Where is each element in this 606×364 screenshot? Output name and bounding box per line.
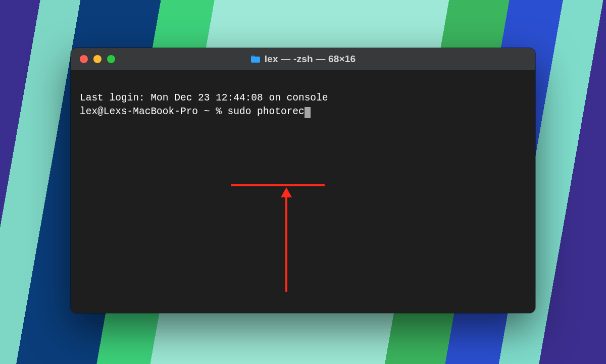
terminal-window: lex — -zsh — 68×16 Last login: Mon Dec 2… [71, 48, 535, 313]
minimize-button[interactable] [93, 55, 102, 63]
terminal-last-login: Last login: Mon Dec 23 12:44:08 on conso… [80, 92, 328, 103]
terminal-body[interactable]: Last login: Mon Dec 23 12:44:08 on conso… [71, 70, 535, 313]
terminal-cursor [305, 107, 311, 118]
annotation-highlight [80, 158, 115, 225]
folder-icon [250, 55, 261, 63]
window-title: lex — -zsh — 68×16 [71, 54, 535, 65]
close-button[interactable] [80, 55, 88, 63]
annotation-underline [231, 184, 325, 186]
window-titlebar[interactable]: lex — -zsh — 68×16 [71, 48, 535, 70]
terminal-prompt: lex@Lexs-MacBook-Pro ~ % [80, 106, 228, 117]
maximize-button[interactable] [107, 55, 115, 63]
window-title-text: lex — -zsh — 68×16 [265, 54, 356, 65]
terminal-command: sudo photorec [228, 106, 305, 117]
traffic-lights [80, 55, 115, 63]
annotation-arrow-shaft [285, 196, 287, 292]
annotation-arrow-head [281, 187, 292, 197]
